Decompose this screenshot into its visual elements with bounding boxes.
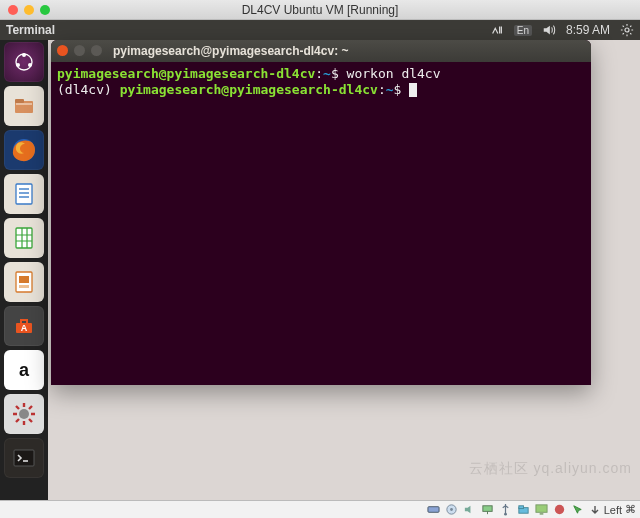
launcher-software[interactable]: A: [4, 306, 44, 346]
keyboard-language-indicator[interactable]: En: [514, 25, 532, 36]
watermark-text: 云栖社区 yq.aliyun.com: [469, 460, 632, 478]
svg-rect-15: [19, 276, 29, 283]
svg-text:A: A: [21, 323, 28, 333]
vb-mouse-integration-icon[interactable]: [571, 503, 585, 517]
prompt1-sep: :: [315, 66, 323, 81]
prompt2-sep: :: [378, 82, 386, 97]
host-minimize-button[interactable]: [24, 5, 34, 15]
vb-hostkey-label: Left: [604, 504, 622, 516]
unity-launcher: A a: [4, 42, 46, 478]
launcher-dash[interactable]: [4, 42, 44, 82]
svg-rect-6: [15, 99, 24, 103]
gear-icon[interactable]: [620, 23, 634, 37]
launcher-terminal[interactable]: [4, 438, 44, 478]
virtualbox-statusbar: Left ⌘: [0, 500, 640, 518]
terminal-close-button[interactable]: [57, 45, 68, 56]
launcher-firefox[interactable]: [4, 130, 44, 170]
vb-display-icon[interactable]: [535, 503, 549, 517]
svg-rect-25: [483, 506, 492, 512]
launcher-amazon[interactable]: a: [4, 350, 44, 390]
prompt1-end: $: [331, 66, 347, 81]
svg-point-19: [19, 409, 29, 419]
svg-rect-13: [16, 228, 32, 248]
svg-rect-22: [428, 507, 439, 513]
prompt2-path: ~: [386, 82, 394, 97]
vb-hdd-icon[interactable]: [427, 503, 441, 517]
svg-point-2: [22, 53, 26, 57]
panel-app-title: Terminal: [6, 23, 55, 37]
terminal-window: pyimagesearch@pyimagesearch-dl4cv: ~ pyi…: [51, 40, 591, 385]
terminal-maximize-button[interactable]: [91, 45, 102, 56]
vb-host-key-indicator[interactable]: Left ⌘: [589, 503, 636, 516]
vb-hostkey-mod: ⌘: [625, 503, 636, 516]
vb-audio-icon[interactable]: [463, 503, 477, 517]
svg-point-27: [504, 513, 507, 516]
terminal-minimize-button[interactable]: [74, 45, 85, 56]
vb-network-icon[interactable]: [481, 503, 495, 517]
network-icon[interactable]: [490, 23, 504, 37]
vb-usb-icon[interactable]: [499, 503, 513, 517]
unity-top-panel: Terminal En 8:59 AM: [0, 20, 640, 40]
panel-clock[interactable]: 8:59 AM: [566, 23, 610, 37]
svg-rect-29: [519, 506, 524, 509]
terminal-cursor: [409, 83, 417, 97]
terminal-body[interactable]: pyimagesearch@pyimagesearch-dl4cv:~$ wor…: [51, 62, 591, 385]
launcher-writer[interactable]: [4, 174, 44, 214]
command1: workon dl4cv: [347, 66, 441, 81]
sound-icon[interactable]: [542, 23, 556, 37]
host-zoom-button[interactable]: [40, 5, 50, 15]
terminal-window-title: pyimagesearch@pyimagesearch-dl4cv: ~: [113, 44, 348, 58]
host-window-title: DL4CV Ubuntu VM [Running]: [0, 3, 640, 17]
prompt1-path: ~: [323, 66, 331, 81]
svg-rect-30: [536, 505, 547, 512]
launcher-impress[interactable]: [4, 262, 44, 302]
venv-prefix: (dl4cv): [57, 82, 120, 97]
terminal-titlebar[interactable]: pyimagesearch@pyimagesearch-dl4cv: ~: [51, 40, 591, 62]
host-close-button[interactable]: [8, 5, 18, 15]
vb-shared-folders-icon[interactable]: [517, 503, 531, 517]
svg-rect-7: [16, 103, 32, 105]
svg-rect-16: [19, 285, 29, 288]
launcher-calc[interactable]: [4, 218, 44, 258]
prompt2-user: pyimagesearch@pyimagesearch-dl4cv: [120, 82, 378, 97]
host-titlebar: DL4CV Ubuntu VM [Running]: [0, 0, 640, 20]
svg-point-0: [625, 28, 629, 32]
arrow-down-icon: [589, 504, 601, 516]
launcher-settings[interactable]: [4, 394, 44, 434]
svg-rect-31: [540, 513, 544, 514]
prompt2-end: $: [394, 82, 410, 97]
vb-optical-icon[interactable]: [445, 503, 459, 517]
svg-rect-20: [14, 450, 34, 466]
svg-point-32: [555, 505, 564, 514]
svg-point-4: [16, 63, 20, 67]
launcher-files[interactable]: [4, 86, 44, 126]
vb-recording-icon[interactable]: [553, 503, 567, 517]
amazon-icon: a: [19, 360, 29, 381]
svg-rect-9: [16, 184, 32, 204]
svg-point-24: [450, 508, 453, 511]
svg-point-3: [28, 63, 32, 67]
desktop-area[interactable]: pyimagesearch@pyimagesearch-dl4cv: ~ pyi…: [48, 40, 640, 500]
prompt1-user: pyimagesearch@pyimagesearch-dl4cv: [57, 66, 315, 81]
